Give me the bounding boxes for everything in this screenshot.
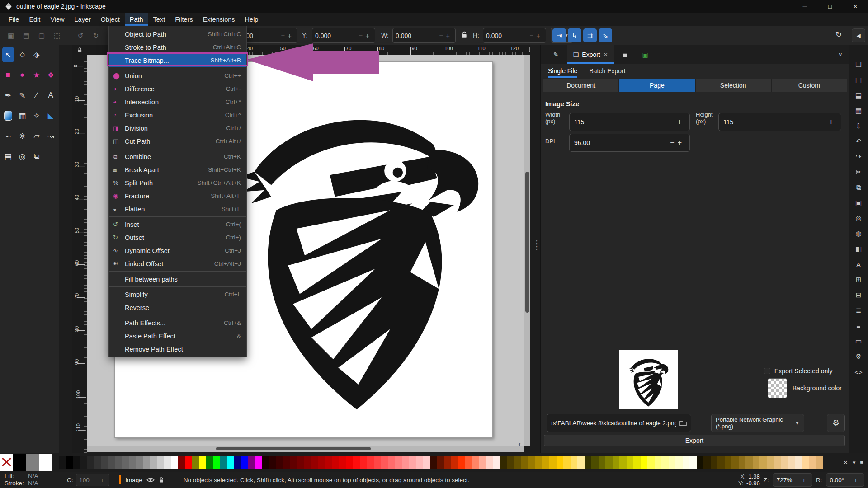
palette-swatch[interactable] [290,456,297,469]
palette-swatch[interactable] [767,456,774,469]
palette-swatch[interactable] [430,456,438,469]
menu-filters[interactable]: Filters [170,13,198,26]
palette-swatch[interactable] [332,456,340,469]
unlock-icon[interactable] [159,477,164,483]
import-image-icon[interactable]: ⇩ [849,119,868,133]
height-input[interactable]: 115−+ [718,113,841,131]
dropper-tool[interactable]: ✧ [31,108,42,123]
pen-tool[interactable]: ✒ [2,88,14,103]
palette-swatch[interactable] [563,456,571,469]
palette-swatch[interactable] [739,456,746,469]
menu-item-path-effects[interactable]: Path Effects...Ctrl+& [109,316,246,329]
dialog-tab-image[interactable]: ▣ [636,45,655,64]
palette-swatch[interactable] [703,456,711,469]
y-input[interactable]: 0.000−+ [312,28,375,43]
export-settings-button[interactable]: ⚙ [827,414,845,432]
menu-item-union[interactable]: ⬤UnionCtrl++ [109,69,246,82]
swatch-none[interactable] [0,454,13,471]
zoom-tool[interactable]: ◎ [17,149,28,164]
vertical-ruler[interactable]: 0102030405060708090100110 [72,55,87,453]
palette-swatch[interactable] [192,456,199,469]
palette-swatch[interactable] [528,456,536,469]
dock-collapse-button[interactable]: ◀ [852,28,865,42]
dock-resize-grip[interactable]: ⋮⋮ [533,242,539,249]
palette-swatch[interactable] [318,456,326,469]
menu-file[interactable]: File [4,13,24,26]
palette-swatch[interactable] [514,456,522,469]
width-spinner[interactable]: −+ [670,118,685,126]
zoom-drawing-icon[interactable]: ◎ [849,211,868,225]
palette-swatch[interactable] [311,456,318,469]
palette-swatch[interactable] [115,456,122,469]
menu-item-fill-between-paths[interactable]: Fill between paths [109,272,246,286]
palette-swatch[interactable] [241,456,248,469]
palette-swatch[interactable] [325,456,332,469]
palette-swatch[interactable] [795,456,802,469]
palette-swatch[interactable] [809,456,816,469]
print-icon[interactable]: ▦ [849,104,868,117]
palette-swatch[interactable] [669,456,676,469]
y-spinner[interactable]: −+ [359,32,372,39]
measure-tool[interactable]: ⧉ [31,149,42,164]
palette-swatch[interactable] [150,456,157,469]
tab-close-icon[interactable]: ✕ [604,52,608,58]
palette-swatch[interactable] [234,456,241,469]
w-input[interactable]: 0.000−+ [392,28,456,43]
palette-swatch[interactable] [381,456,388,469]
vertical-scrollbar-thumb[interactable] [525,172,529,313]
shape-builder-tool[interactable]: ⬗ [31,47,42,62]
background-color-swatch[interactable] [768,378,787,398]
snap-alignment-button[interactable]: ⇉ [583,28,597,42]
x-spinner[interactable]: −+ [281,32,294,39]
palette-swatch[interactable] [760,456,767,469]
rectangle-tool[interactable]: ■ [2,67,14,83]
palette-swatch[interactable] [599,456,606,469]
h-input[interactable]: 0.000−+ [483,28,546,43]
box-3d-tool[interactable]: ❖ [45,67,57,83]
palette-swatch[interactable] [697,456,704,469]
ellipse-tool[interactable]: ● [17,67,28,83]
palette-swatch[interactable] [542,456,550,469]
palette-swatch[interactable] [122,456,129,469]
close-button[interactable]: ✕ [843,0,868,13]
palette-swatch[interactable] [619,456,627,469]
palette-swatch[interactable] [745,456,753,469]
palette-swatch[interactable] [171,456,178,469]
menu-item-remove-path-effect[interactable]: Remove Path Effect [109,343,246,356]
palette-swatch[interactable] [521,456,528,469]
swatch-gray[interactable] [26,454,39,471]
palette-swatch[interactable] [717,456,725,469]
guide-lock-icon[interactable] [77,47,82,53]
eraser-tool[interactable]: ▱ [31,128,42,144]
eye-icon[interactable] [146,477,155,483]
horizontal-scrollbar-thumb[interactable] [216,447,371,450]
palette-swatch[interactable] [402,456,410,469]
text-dialog-icon[interactable]: A [849,258,868,271]
palette-config-icon[interactable]: ≡ [860,459,863,466]
palette-swatch[interactable] [577,456,585,469]
palette-swatch[interactable] [753,456,760,469]
menu-item-fracture[interactable]: ◉FractureShift+Alt+F [109,189,246,202]
palette-swatch[interactable] [571,456,578,469]
palette-swatch[interactable] [731,456,739,469]
palette-swatch[interactable] [269,456,276,469]
area-button-document[interactable]: Document [543,79,619,92]
selection-box-icon[interactable]: ⬚ [51,29,63,42]
text-tool[interactable]: A [45,88,57,103]
xml-editor-icon[interactable]: <> [849,365,868,379]
palette-swatch[interactable] [557,456,564,469]
menu-item-intersection[interactable]: ◕IntersectionCtrl+* [109,95,246,108]
horizontal-scrollbar[interactable] [87,446,524,452]
menu-item-break-apart[interactable]: ⧈Break ApartShift+Ctrl+K [109,163,246,176]
menu-extensions[interactable]: Extensions [198,13,240,26]
palette-swatch[interactable] [388,456,396,469]
preferences-icon[interactable]: ⚙ [849,350,868,363]
menu-layer[interactable]: Layer [70,13,96,26]
menu-object[interactable]: Object [96,13,125,26]
palette-swatch[interactable] [647,456,655,469]
palette-swatch[interactable] [409,456,416,469]
palette-swatch[interactable] [367,456,374,469]
open-document-icon[interactable]: ▤ [849,73,868,87]
palette-swatch[interactable] [816,456,823,469]
undo-icon[interactable]: ↶ [849,135,868,148]
